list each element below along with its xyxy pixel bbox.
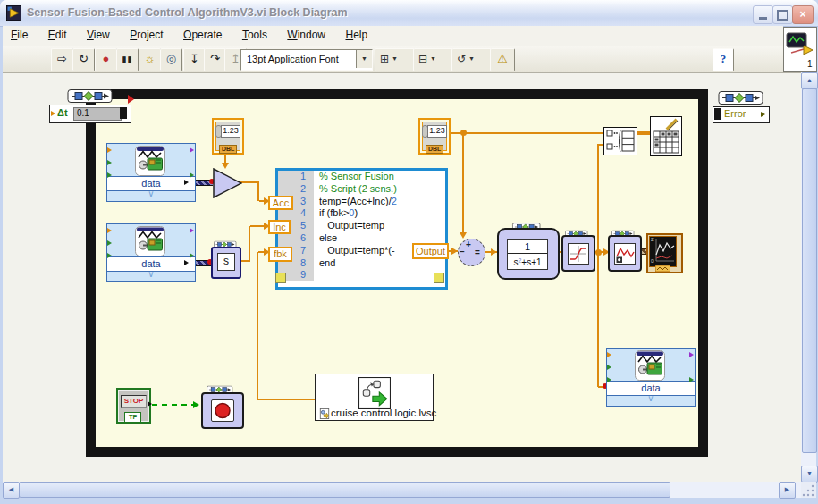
- expand-chevron-icon[interactable]: ∨: [107, 189, 195, 199]
- numeric-value: 1.23: [427, 125, 447, 138]
- chart-tick: 2: [651, 237, 654, 242]
- probe-icon: ◎: [166, 52, 176, 65]
- wire[interactable]: [257, 399, 316, 400]
- menu-help[interactable]: Help: [337, 26, 375, 45]
- vi-icon-panel[interactable]: 1: [783, 27, 817, 72]
- pin-icon: [107, 228, 112, 233]
- font-selector-value: 13pt Application Font: [247, 50, 339, 68]
- close-icon: ×: [799, 8, 805, 21]
- scroll-down-button[interactable]: ▼: [801, 466, 818, 483]
- script-input-acc[interactable]: Acc: [268, 196, 293, 210]
- run-icon: ⇨: [57, 52, 67, 65]
- step-into-button[interactable]: ↧: [183, 48, 206, 71]
- retain-wire-values-button[interactable]: ◎: [160, 48, 182, 71]
- run-continuously-icon: ↻: [79, 52, 89, 65]
- reorder-button[interactable]: ↺▼: [451, 48, 492, 71]
- saturation-node[interactable]: [561, 235, 595, 272]
- resize-grip[interactable]: [801, 482, 816, 498]
- wire[interactable]: [447, 132, 603, 134]
- menu-project[interactable]: Project: [122, 26, 171, 45]
- distribute-objects-button[interactable]: ⊟▼: [413, 48, 453, 71]
- boolean-type-tag: TF: [124, 412, 141, 423]
- build-table-node[interactable]: [650, 116, 682, 156]
- wire[interactable]: [257, 181, 259, 201]
- chevron-down-icon[interactable]: ▼: [356, 50, 372, 68]
- menu-edit[interactable]: Edit: [40, 26, 75, 45]
- menu-window[interactable]: Window: [279, 26, 333, 45]
- chevron-down-icon: ▼: [468, 55, 475, 62]
- dt-value-field[interactable]: 0.1: [73, 107, 122, 121]
- array-wire[interactable]: [636, 131, 650, 135]
- align-objects-icon: ⊞: [380, 53, 389, 65]
- menu-operate[interactable]: Operate: [175, 26, 230, 45]
- wire[interactable]: [240, 181, 259, 183]
- wire[interactable]: [257, 252, 258, 400]
- vertical-scroll-thumb[interactable]: [802, 88, 817, 453]
- font-selector[interactable]: 13pt Application Font ▼: [240, 49, 373, 71]
- context-help-button[interactable]: ?: [713, 48, 734, 71]
- scroll-up-button[interactable]: ▲: [801, 72, 818, 89]
- stop-button-terminal[interactable]: STOP TF: [116, 388, 151, 424]
- daq-waveform-icon: [135, 226, 165, 256]
- wire[interactable]: [597, 145, 599, 387]
- window-title: Sensor Fusion-Based Control AlgorithmV3.…: [27, 0, 348, 26]
- numeric-control-terminal[interactable]: 1.23 DBL: [212, 118, 244, 155]
- statechart-node[interactable]: cruise control logic.lvsc: [315, 374, 434, 421]
- sim-waveform-node[interactable]: [608, 235, 642, 272]
- chevron-down-icon: ▼: [430, 55, 436, 62]
- run-continuously-button[interactable]: ↻: [72, 48, 95, 71]
- expand-chevron-icon[interactable]: ∨: [607, 393, 695, 404]
- highlight-execution-button[interactable]: ☼: [139, 48, 161, 71]
- script-output-terminal[interactable]: Output: [412, 243, 449, 259]
- minimize-button[interactable]: [753, 5, 773, 24]
- script-input-inc[interactable]: Inc: [268, 220, 291, 234]
- scroll-left-button[interactable]: ◀: [3, 482, 20, 499]
- loop-error-node[interactable]: Error: [713, 106, 770, 123]
- stop-sign-icon: [212, 400, 233, 421]
- transfer-function-node[interactable]: 1 s2+s+1: [497, 228, 560, 280]
- script-code[interactable]: % Sensor Fusion% Script (2 sens.)temp=(A…: [319, 171, 437, 281]
- menu-view[interactable]: View: [79, 26, 118, 45]
- daq-assistant-node[interactable]: data ∨: [106, 143, 196, 202]
- sum-node[interactable]: + − =: [458, 239, 485, 266]
- maximize-button[interactable]: [772, 5, 793, 24]
- daq-assistant-node[interactable]: data ∨: [106, 223, 196, 282]
- align-objects-button[interactable]: ⊞▼: [375, 48, 415, 71]
- pause-button[interactable]: ▮▮: [116, 48, 139, 71]
- minus-sign: −: [460, 247, 465, 256]
- pin-icon: [107, 147, 112, 153]
- boolean-wire[interactable]: [152, 404, 197, 406]
- pause-icon: ▮▮: [122, 55, 133, 63]
- dt-label: Δt: [57, 107, 68, 118]
- loop-input-node[interactable]: Δt 0.1: [49, 105, 131, 123]
- mathscript-node[interactable]: 123456789 % Sensor Fusion% Script (2 sen…: [275, 168, 448, 290]
- build-array-node[interactable]: [603, 127, 637, 155]
- numeric-value: 1.23: [221, 125, 240, 138]
- multiply-node[interactable]: [213, 168, 242, 198]
- title-bar[interactable]: Sensor Fusion-Based Control AlgorithmV3.…: [0, 0, 818, 27]
- dbl-type-tag: DBL: [219, 145, 237, 154]
- expand-chevron-icon[interactable]: ∨: [107, 269, 195, 280]
- step-over-button[interactable]: ↷: [204, 48, 226, 71]
- numeric-control-terminal[interactable]: 1.23 DBL: [418, 118, 451, 155]
- run-button[interactable]: ⇨: [51, 48, 73, 71]
- script-input-fbk[interactable]: fbk: [268, 247, 292, 262]
- integrator-node[interactable]: s: [211, 247, 241, 279]
- scroll-right-button[interactable]: ▶: [779, 482, 796, 499]
- daq-assistant-node[interactable]: data ∨: [606, 348, 696, 407]
- cleanup-diagram-button[interactable]: ⚠: [490, 48, 515, 71]
- script-warning-chip: [434, 273, 444, 283]
- horizontal-scroll-thumb[interactable]: [19, 482, 670, 498]
- output-pin-icon: [761, 112, 765, 117]
- output-arrow-icon: [148, 401, 152, 407]
- integrator-label: s: [217, 253, 235, 271]
- abort-button[interactable]: ●: [95, 48, 117, 71]
- abort-icon: ●: [103, 52, 110, 65]
- close-button[interactable]: ×: [792, 5, 814, 24]
- wire[interactable]: [249, 226, 250, 262]
- menu-tools[interactable]: Tools: [234, 26, 275, 45]
- halt-simulation-node[interactable]: [201, 392, 244, 429]
- waveform-chart-terminal[interactable]: 2 0: [646, 233, 683, 273]
- menu-file[interactable]: File: [3, 26, 36, 45]
- wire[interactable]: [462, 134, 464, 234]
